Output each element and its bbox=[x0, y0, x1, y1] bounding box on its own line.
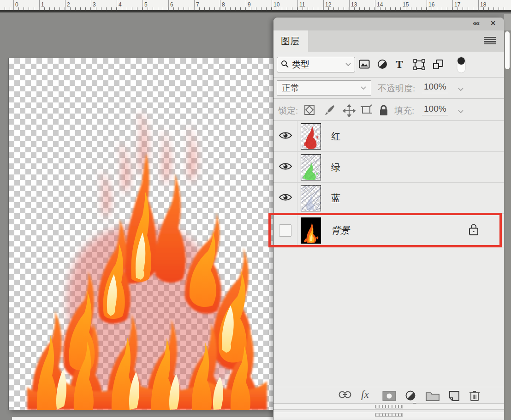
ruler-number: 5 bbox=[144, 1, 148, 8]
lock-all-icon[interactable] bbox=[379, 104, 389, 118]
filter-type-label: 类型 bbox=[292, 59, 309, 71]
collapsed-panel-grip-2[interactable] bbox=[273, 412, 504, 418]
grip-handle-icon bbox=[375, 405, 403, 408]
fill-value[interactable]: 100% bbox=[422, 104, 448, 115]
visibility-toggle[interactable] bbox=[273, 121, 297, 151]
new-group-folder-icon[interactable] bbox=[426, 391, 440, 403]
dock-edge-top bbox=[504, 14, 511, 30]
ruler-number: 6 bbox=[170, 1, 173, 8]
document-status-bar bbox=[12, 417, 273, 420]
chevron-down-icon[interactable] bbox=[458, 85, 463, 93]
ruler-number: 10 bbox=[273, 1, 279, 8]
ruler-number: 3 bbox=[93, 1, 96, 8]
ruler-unit: 3 bbox=[91, 0, 117, 10]
ruler-unit: 4 bbox=[117, 0, 143, 10]
ruler-lead bbox=[0, 0, 13, 10]
layer-name[interactable]: 绿 bbox=[331, 161, 340, 174]
layer-thumbnail-blue[interactable] bbox=[301, 185, 321, 211]
document-window-top-edge bbox=[0, 10, 511, 12]
ruler-unit: 17 bbox=[452, 0, 478, 10]
delete-layer-trash-icon[interactable] bbox=[469, 390, 480, 403]
layer-filter-row: 类型 T bbox=[273, 52, 504, 78]
ruler-unit: 14 bbox=[375, 0, 401, 10]
lock-position-icon[interactable] bbox=[343, 104, 356, 119]
ruler-unit: 7 bbox=[194, 0, 220, 10]
blend-mode-dropdown[interactable]: 正常 bbox=[277, 80, 371, 96]
ruler-unit: 5 bbox=[143, 0, 168, 10]
add-layer-mask-icon[interactable] bbox=[382, 391, 396, 403]
panel-footer-toolbar: fx bbox=[273, 387, 504, 403]
layer-name[interactable]: 蓝 bbox=[331, 192, 340, 204]
layer-thumbnail-green[interactable] bbox=[301, 154, 321, 180]
ruler-number: 11 bbox=[299, 1, 305, 8]
ruler-unit: 0 bbox=[13, 0, 39, 10]
opacity-label: 不透明度: bbox=[378, 83, 415, 95]
collapse-panel-button[interactable]: «« bbox=[473, 19, 479, 27]
collapsed-panel-grip-1[interactable] bbox=[273, 403, 504, 410]
link-layers-icon[interactable] bbox=[338, 390, 352, 401]
filter-smart-objects-icon[interactable] bbox=[433, 59, 444, 70]
layer-row-red[interactable]: 红 bbox=[273, 121, 504, 152]
blend-mode-value: 正常 bbox=[282, 82, 299, 94]
search-icon bbox=[281, 60, 289, 70]
eye-icon bbox=[279, 193, 292, 204]
ruler-unit: 10 bbox=[272, 0, 297, 10]
filter-pixel-layers-icon[interactable] bbox=[359, 59, 370, 69]
ruler-unit: 13 bbox=[349, 0, 375, 10]
chevron-down-icon[interactable] bbox=[458, 107, 463, 115]
layer-list: 红 绿 蓝 bbox=[273, 121, 504, 387]
chevron-down-icon bbox=[345, 63, 351, 66]
ruler-number: 17 bbox=[454, 1, 460, 8]
dock-edge-scrollbar bbox=[504, 14, 511, 420]
tab-layers-label: 图层 bbox=[281, 35, 299, 48]
fill-label: 填充: bbox=[394, 105, 414, 117]
layer-thumbnail-red[interactable] bbox=[301, 123, 321, 150]
chevron-down-icon bbox=[361, 86, 366, 90]
tab-layers[interactable]: 图层 bbox=[273, 30, 308, 52]
ruler-number: 12 bbox=[325, 1, 331, 8]
ruler-number: 4 bbox=[119, 1, 122, 8]
opacity-value[interactable]: 100% bbox=[422, 82, 448, 93]
panel-tab-row: 图层 bbox=[273, 30, 504, 52]
ruler-unit: 9 bbox=[246, 0, 272, 10]
new-layer-icon[interactable] bbox=[449, 390, 460, 403]
layer-row-blue[interactable]: 蓝 bbox=[273, 183, 504, 214]
filtering-toggle-switch[interactable] bbox=[457, 56, 466, 73]
red-highlight-annotation bbox=[268, 213, 502, 247]
ruler-unit: 1 bbox=[39, 0, 65, 10]
ruler-number: 13 bbox=[351, 1, 357, 8]
panel-titlebar: «« ✕ bbox=[273, 18, 504, 30]
layer-name[interactable]: 红 bbox=[331, 130, 340, 143]
ruler-unit: 16 bbox=[427, 0, 452, 10]
scrollbar-thumb[interactable] bbox=[505, 31, 510, 69]
ruler-number: 18 bbox=[480, 1, 486, 8]
visibility-toggle[interactable] bbox=[273, 152, 297, 182]
lock-row: 锁定: 填充: 100% bbox=[273, 99, 504, 121]
lock-label: 锁定: bbox=[278, 105, 298, 117]
canvas-transparency-checkerboard[interactable] bbox=[9, 58, 273, 410]
lock-artboard-icon[interactable] bbox=[360, 104, 373, 118]
ruler-number: 15 bbox=[403, 1, 409, 8]
ruler-unit: 18 bbox=[478, 0, 504, 10]
ruler-number: 16 bbox=[428, 1, 434, 8]
panel-menu-button[interactable] bbox=[484, 37, 496, 44]
ruler-unit: 6 bbox=[168, 0, 194, 10]
filter-shape-layers-icon[interactable] bbox=[413, 59, 425, 70]
layer-row-green[interactable]: 绿 bbox=[273, 152, 504, 183]
visibility-toggle[interactable] bbox=[273, 183, 297, 213]
layer-style-fx-icon[interactable]: fx bbox=[361, 389, 369, 401]
eye-icon bbox=[279, 131, 292, 142]
ruler-number: 0 bbox=[15, 1, 18, 8]
lock-transparent-pixels-icon[interactable] bbox=[304, 104, 315, 117]
filter-type-layers-icon[interactable]: T bbox=[396, 58, 403, 71]
filter-adjustment-layers-icon[interactable] bbox=[377, 59, 387, 69]
close-panel-button[interactable]: ✕ bbox=[490, 19, 496, 27]
eye-icon bbox=[279, 162, 292, 173]
filter-type-dropdown[interactable]: 类型 bbox=[277, 57, 355, 72]
ruler-unit: 11 bbox=[297, 0, 323, 10]
ruler-number: 8 bbox=[222, 1, 225, 8]
ruler-number: 14 bbox=[377, 1, 383, 8]
ruler-unit: 2 bbox=[65, 0, 91, 10]
blend-mode-row: 正常 不透明度: 100% bbox=[273, 78, 504, 99]
lock-image-pixels-icon[interactable] bbox=[324, 104, 335, 117]
